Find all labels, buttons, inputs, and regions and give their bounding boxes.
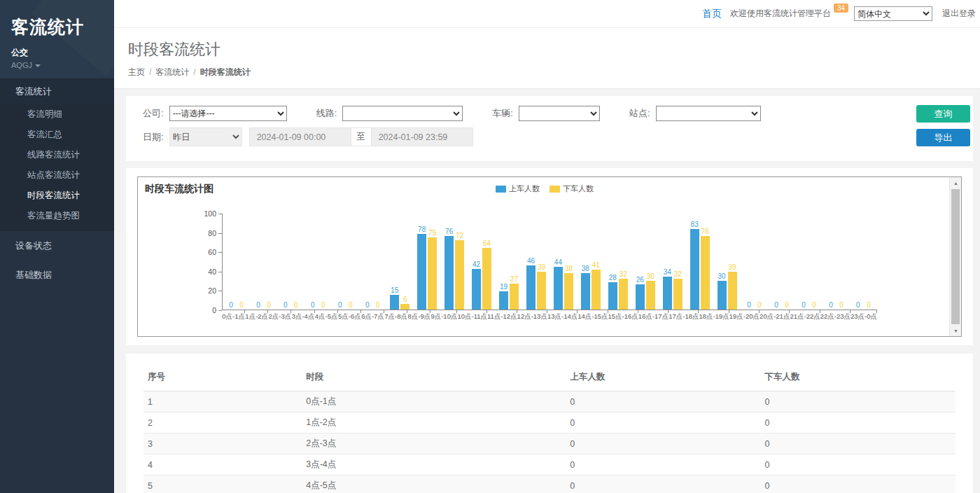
- table-row: 54点-5点00: [144, 475, 955, 493]
- sidebar-item-base-data[interactable]: 基础数据: [0, 261, 114, 290]
- main-area: 首页 欢迎使用客流统计管理平台 34 简体中文 退出登录 时段客流统计 主页/客…: [114, 0, 980, 493]
- bar-value-label: 0: [321, 301, 326, 309]
- period-stats-table: 序号时段上车人数下车人数 10点-1点0021点-2点0032点-3点0043点…: [144, 365, 955, 493]
- alighting-bar-column: 0: [809, 301, 818, 310]
- line-select[interactable]: [342, 106, 463, 121]
- legend-item[interactable]: 上车人数: [496, 183, 540, 194]
- bar-group: 00: [850, 213, 877, 310]
- bar-group: 4264: [468, 213, 496, 310]
- alighting-bar-column: 76: [701, 228, 710, 310]
- export-button[interactable]: 导出: [916, 129, 970, 146]
- sidebar-item-device-status[interactable]: 设备状态: [0, 231, 114, 261]
- alighting-bar: [537, 272, 546, 310]
- station-select[interactable]: [656, 106, 761, 121]
- vehicle-filter: 车辆:: [492, 106, 600, 121]
- breadcrumb-current: 时段客流统计: [200, 67, 251, 77]
- sidebar-item-line-stats[interactable]: 线路客流统计: [0, 145, 114, 165]
- filter-row-1: 公司: ---请选择--- 线路: 车辆: 站点:: [143, 106, 956, 121]
- boarding-bar-column: 0: [308, 301, 317, 310]
- boarding-bar-column: 42: [472, 261, 481, 310]
- y-axis-label: 60: [187, 248, 216, 256]
- bar-value-label: 64: [483, 239, 491, 247]
- bar-value-label: 0: [376, 301, 380, 309]
- bar-group: 00: [250, 213, 277, 310]
- scrollbar-thumb[interactable]: [951, 189, 960, 324]
- chart-scrollbar[interactable]: ▲ ▼: [949, 177, 961, 336]
- sidebar-item-station-stats[interactable]: 站点客流统计: [0, 165, 114, 186]
- logout-link[interactable]: 退出登录: [942, 8, 976, 20]
- x-axis-label: 14点-15点: [578, 312, 608, 321]
- alighting-bar: [428, 237, 437, 310]
- table-cell: 0: [761, 412, 955, 433]
- bar-value-label: 0: [774, 301, 778, 309]
- scroll-down-arrow-icon[interactable]: ▼: [950, 325, 962, 336]
- action-buttons: 查询 导出: [916, 105, 970, 146]
- alighting-bar-column: 39: [537, 263, 546, 310]
- station-label: 站点:: [629, 107, 650, 120]
- bar-value-label: 0: [856, 301, 860, 309]
- table-cell: 0: [761, 475, 955, 493]
- table-column-header: 时段: [302, 365, 566, 391]
- legend-item[interactable]: 下车人数: [550, 183, 594, 194]
- x-axis-label: 19点-20点: [729, 312, 760, 321]
- bar-group: 2832: [604, 213, 631, 310]
- alighting-bar-column: 6: [400, 296, 410, 310]
- boarding-bar: [608, 282, 617, 310]
- alighting-bar-column: 32: [673, 270, 682, 310]
- boarding-bar-column: 0: [363, 301, 372, 310]
- plot-region: 020406080100 000000000000156787576724264…: [138, 205, 949, 336]
- sidebar-item-passenger-stats[interactable]: 客流统计: [0, 78, 114, 104]
- bar-value-label: 0: [867, 301, 871, 309]
- breadcrumb-home[interactable]: 主页: [128, 67, 145, 77]
- vehicle-label: 车辆:: [492, 107, 513, 120]
- legend-label: 上车人数: [509, 183, 540, 194]
- table-cell: 4点-5点: [302, 475, 566, 493]
- date-to-input[interactable]: [371, 127, 473, 146]
- sidebar-item-passenger-detail[interactable]: 客流明细: [0, 104, 114, 125]
- sidebar-item-passenger-summary[interactable]: 客流汇总: [0, 125, 114, 145]
- chart-card: 时段车流统计图 上车人数下车人数 020406080100 0000000000…: [126, 168, 973, 345]
- welcome-text: 欢迎使用客流统计管理平台: [730, 8, 831, 20]
- y-axis-label: 20: [187, 286, 216, 295]
- sidebar-item-period-stats[interactable]: 时段客流统计: [0, 186, 114, 206]
- org-code-label: AQGJ: [11, 61, 32, 69]
- boarding-bar-column: 19: [499, 283, 508, 310]
- bar-value-label: 39: [538, 263, 545, 271]
- bar-group: 00: [768, 213, 795, 310]
- date-label: 日期:: [143, 131, 164, 144]
- alighting-bar-column: 0: [783, 301, 792, 310]
- alighting-bar-column: 72: [455, 232, 464, 310]
- table-cell: 5: [144, 475, 302, 493]
- x-axis-label: 5点-6点: [338, 312, 361, 321]
- company-select[interactable]: ---请选择---: [169, 106, 287, 121]
- x-axis-label: 6点-7点: [361, 312, 384, 321]
- date-preset-select[interactable]: 昨日: [169, 127, 242, 146]
- table-column-header: 下车人数: [761, 365, 955, 391]
- boarding-bar-column: 0: [226, 301, 235, 310]
- x-axis-label: 4点-5点: [315, 312, 338, 321]
- x-axis-label: 23点-0点: [850, 312, 877, 321]
- alighting-bar-column: 0: [755, 301, 764, 310]
- boarding-bar: [526, 265, 536, 310]
- table-cell: 0: [761, 391, 955, 412]
- vehicle-select[interactable]: [519, 106, 600, 121]
- y-axis-tick: [218, 310, 222, 311]
- table-row: 43点-4点00: [144, 454, 955, 475]
- date-from-input[interactable]: [249, 127, 351, 146]
- scroll-up-arrow-icon[interactable]: ▲: [950, 177, 962, 188]
- sidebar-item-trend-chart[interactable]: 客流量趋势图: [0, 206, 114, 226]
- home-link[interactable]: 首页: [702, 8, 722, 20]
- content: 公司: ---请选择--- 线路: 车辆: 站点: 日期: 昨日: [114, 89, 980, 493]
- alighting-bar-column: 64: [482, 239, 491, 310]
- boarding-bar: [390, 295, 399, 310]
- breadcrumb-section[interactable]: 客流统计: [155, 67, 189, 77]
- chevron-down-icon: [35, 64, 41, 67]
- bar-value-label: 0: [757, 301, 762, 309]
- language-select[interactable]: 简体中文: [854, 6, 932, 21]
- bar-group: 00: [822, 213, 850, 310]
- alighting-bar-column: 32: [619, 270, 628, 310]
- bar-group: 00: [223, 213, 250, 310]
- alighting-bar-column: 0: [237, 301, 246, 310]
- query-button[interactable]: 查询: [916, 105, 970, 123]
- boarding-bar: [581, 273, 590, 310]
